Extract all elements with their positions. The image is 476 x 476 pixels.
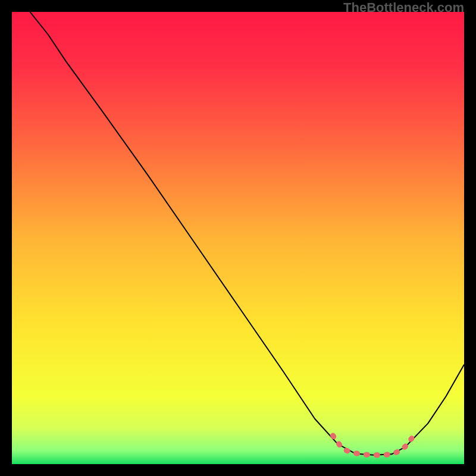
chart-plot (12, 12, 464, 464)
chart-frame: TheBottleneck.com (0, 0, 476, 476)
